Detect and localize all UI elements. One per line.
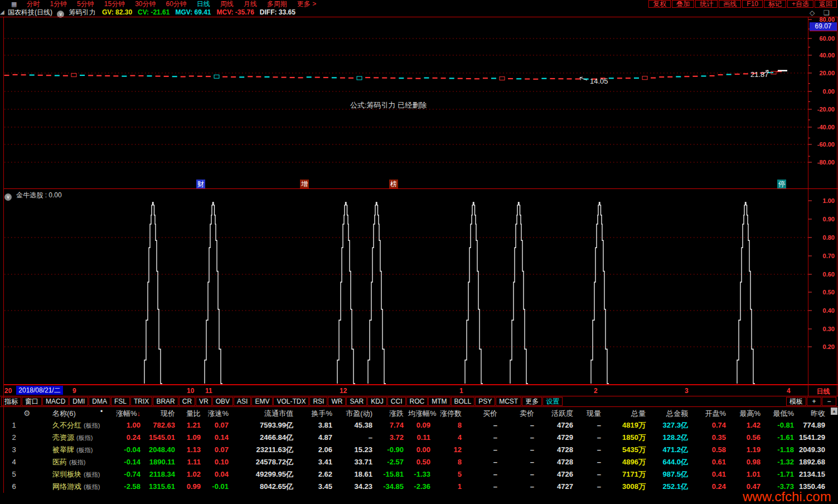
tab-ROC[interactable]: ROC — [406, 397, 428, 406]
table-row[interactable]: 4医药(板指)-0.141890.111.110.1024578.72亿3.41… — [4, 456, 830, 468]
tab-SAR[interactable]: SAR — [346, 397, 367, 406]
toolbar-button-复权[interactable]: 复权 — [648, 0, 671, 8]
cell-开盘%: 0.61 — [692, 456, 730, 468]
column-header-卖价[interactable]: 卖价 — [502, 408, 539, 420]
diamond-icon[interactable]: ◇ — [810, 9, 815, 17]
column-header-现价[interactable]: 现价 — [145, 408, 180, 420]
column-header-买价[interactable]: 买价 — [466, 408, 502, 420]
tabbar-button-+[interactable]: + — [807, 397, 821, 406]
period-button-30分钟[interactable]: 30分钟 — [130, 0, 161, 8]
column-header-名称[interactable]: 名称(6) — [23, 408, 116, 420]
column-header-昨收[interactable]: 昨收 — [798, 408, 830, 420]
table-row[interactable]: 6网络游戏(板指)-2.581315.610.99-0.018042.65亿3.… — [4, 481, 830, 493]
tab-TRIX[interactable]: TRIX — [130, 397, 152, 406]
toolbar-button-+自选[interactable]: +自选 — [787, 0, 813, 8]
period-button-更多 >[interactable]: 更多 > — [292, 0, 321, 8]
tab-BRAR[interactable]: BRAR — [153, 397, 178, 406]
toolbar-button-返回[interactable]: 返回 — [815, 0, 837, 8]
panel2-title[interactable]: ∨ 金牛选股 : 0.00 — [4, 191, 62, 201]
tab-EMV[interactable]: EMV — [251, 397, 273, 406]
cell-市盈(动): 34.23 — [337, 481, 377, 493]
tab-RSI[interactable]: RSI — [309, 397, 327, 406]
cell-量比: 1.02 — [180, 468, 205, 481]
column-header-涨幅%[interactable]: 涨幅%↓ — [116, 408, 145, 420]
column-header-均涨幅%[interactable]: 均涨幅% — [408, 408, 435, 420]
period-button-60分钟[interactable]: 60分钟 — [161, 0, 192, 8]
event-marker-增[interactable]: 增 — [300, 180, 309, 188]
table-row[interactable]: 5深圳板块(板指)-0.742118.341.020.0449299.95亿2.… — [4, 468, 830, 481]
tabbar-button-模板[interactable]: 模板 — [786, 397, 806, 406]
cell-均涨幅%: 0.09 — [408, 419, 435, 432]
tab-CCI[interactable]: CCI — [387, 397, 406, 406]
cell-涨跌: -15.81 — [377, 468, 408, 481]
sector-name[interactable]: 深圳板块(板指) — [23, 468, 116, 481]
event-marker-榜[interactable]: 榜 — [389, 180, 398, 188]
period-button-周线[interactable]: 周线 — [215, 0, 239, 8]
toolbar-button-画线[interactable]: 画线 — [719, 0, 741, 8]
tab-VR[interactable]: VR — [196, 397, 212, 406]
tab-指标[interactable]: 指标 — [1, 397, 21, 406]
tab-WR[interactable]: WR — [328, 397, 346, 406]
tab-VOL-TDX[interactable]: VOL-TDX — [273, 397, 309, 406]
column-header-总金额[interactable]: 总金额 — [650, 408, 692, 420]
period-button-月线[interactable]: 月线 — [239, 0, 262, 8]
sector-name[interactable]: 医药(板指) — [23, 456, 116, 468]
column-header-活跃度[interactable]: 活跃度 — [539, 408, 578, 420]
column-header-现量[interactable]: 现量 — [578, 408, 606, 420]
sector-name[interactable]: 壳资源(板指) — [23, 432, 116, 444]
period-button-5分钟[interactable]: 5分钟 — [72, 0, 99, 8]
sector-name[interactable]: 被举牌(板指) — [23, 444, 116, 456]
tab-设置[interactable]: 设置 — [542, 397, 563, 406]
period-button-多周期[interactable]: 多周期 — [262, 0, 292, 8]
period-button-分时[interactable]: 分时 — [21, 0, 45, 8]
tab-MCST[interactable]: MCST — [496, 397, 521, 406]
column-header-量比[interactable]: 量比 — [180, 408, 205, 420]
table-row[interactable]: 1久不分红(板指)1.00782.631.210.077593.99亿3.814… — [4, 419, 830, 432]
toolbar-button-标记[interactable]: 标记 — [764, 0, 786, 8]
column-header-流通市值[interactable]: 流通市值 — [233, 408, 298, 420]
window-split-icon[interactable]: ❏ — [824, 9, 830, 17]
tab-PSY[interactable]: PSY — [475, 397, 495, 406]
table-row[interactable]: 3被举牌(板指)-0.042048.401.130.0723211.63亿2.0… — [4, 444, 830, 456]
sector-name[interactable]: 久不分红(板指) — [23, 419, 116, 432]
sector-name[interactable]: 网络游戏(板指) — [23, 481, 116, 493]
tab-更多[interactable]: 更多 — [522, 397, 542, 406]
column-header-换手%[interactable]: 换手% — [298, 408, 337, 420]
tab-FSL[interactable]: FSL — [111, 397, 130, 406]
toolbar-button-F10[interactable]: F10 — [742, 0, 763, 8]
column-header-涨速%[interactable]: 涨速% — [205, 408, 233, 420]
column-header-最低%[interactable]: 最低% — [765, 408, 798, 420]
stock-title[interactable]: 国农科技(日线) — [8, 8, 52, 16]
tab-CR[interactable]: CR — [179, 397, 195, 406]
tab-ASI[interactable]: ASI — [234, 397, 251, 406]
cell-现量: – — [578, 432, 606, 444]
toolbar-button-叠加[interactable]: 叠加 — [672, 0, 694, 8]
period-button-15分钟[interactable]: 15分钟 — [99, 0, 130, 8]
column-header-涨停数[interactable]: 涨停数 — [435, 408, 466, 420]
column-header-开盘%[interactable]: 开盘% — [692, 408, 730, 420]
tab-窗口[interactable]: 窗口 — [22, 397, 42, 406]
tab-OBV[interactable]: OBV — [212, 397, 233, 406]
column-header-总量[interactable]: 总量 — [606, 408, 650, 420]
column-header-市盈(动)[interactable]: 市盈(动) — [337, 408, 377, 420]
tab-DMI[interactable]: DMI — [69, 397, 88, 406]
period-button-1分钟[interactable]: 1分钟 — [45, 0, 72, 8]
layout-grid-icon[interactable]: ▦ — [11, 1, 17, 7]
column-header-最高%[interactable]: 最高% — [730, 408, 765, 420]
tab-KDJ[interactable]: KDJ — [367, 397, 387, 406]
period-button-日线[interactable]: 日线 — [192, 0, 215, 8]
indicator-name[interactable]: 筹码引力 — [69, 8, 96, 16]
column-header-涨跌[interactable]: 涨跌 — [377, 408, 408, 420]
tab-DMA[interactable]: DMA — [89, 397, 110, 406]
scrollbar-up-button[interactable]: ▲ — [831, 408, 837, 415]
toolbar-button-统计[interactable]: 统计 — [695, 0, 718, 8]
axis-period-label[interactable]: 日线 — [810, 387, 837, 396]
table-row[interactable]: 2壳资源(板指)0.241545.011.090.142466.84亿4.87–… — [4, 432, 830, 444]
tabbar-button-−[interactable]: − — [822, 397, 836, 406]
tab-MTM[interactable]: MTM — [428, 397, 450, 406]
tab-MACD[interactable]: MACD — [42, 397, 69, 406]
tab-BOLL[interactable]: BOLL — [451, 397, 475, 406]
event-marker-财[interactable]: 财 — [196, 180, 205, 188]
chevron-down-circle-icon[interactable]: ∨ — [4, 193, 12, 201]
event-marker-停[interactable]: 停 — [777, 180, 786, 188]
